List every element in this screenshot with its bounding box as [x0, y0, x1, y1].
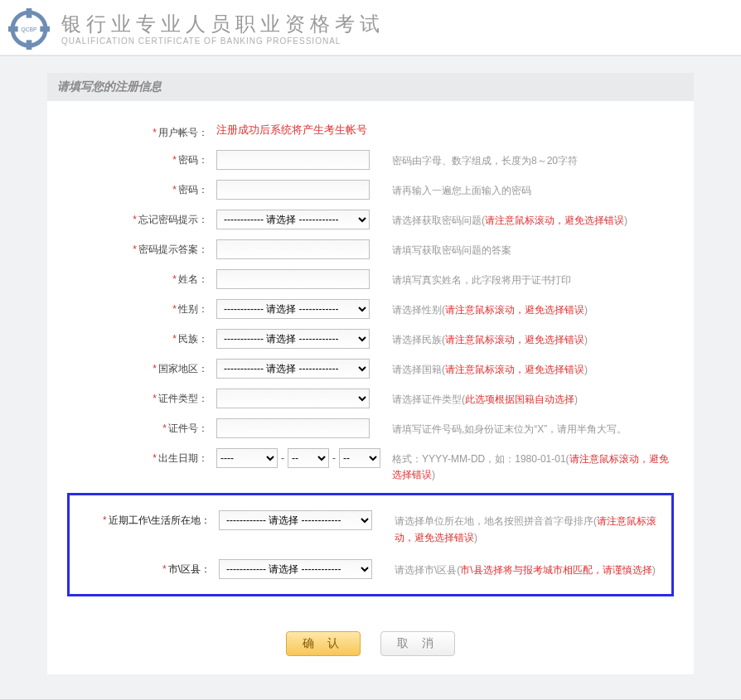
- row-work-location: *近期工作\生活所在地： ------------ 请选择 ----------…: [70, 504, 671, 552]
- row-pw-answer: *密码提示答案： 请填写获取密码问题的答案: [67, 234, 674, 264]
- hint-district-b: 市\县选择将与报考城市相匹配，请谨慎选择: [460, 564, 651, 576]
- svg-rect-1: [27, 8, 32, 18]
- label-password2: 密码：: [178, 184, 208, 196]
- form-heading: 请填写您的注册信息: [47, 73, 694, 101]
- row-id-no: *证件号： 请填写证件号码,如身份证末位为“X”，请用半角大写。: [67, 413, 674, 443]
- row-district: *市\区县： ------------ 请选择 ------------ 请选择…: [70, 553, 671, 586]
- row-password-confirm: *密码： 请再输入一遍您上面输入的密码: [67, 175, 674, 205]
- hint-country-b: 请注意鼠标滚动，避免选择错误: [445, 364, 584, 375]
- hint-ethnic-a: 请选择民族(: [392, 334, 445, 345]
- button-row: 确 认 取 消: [47, 616, 694, 674]
- hint-gender-b: 请注意鼠标滚动，避免选择错误: [445, 304, 584, 316]
- row-country: *国家地区： ------------ 请选择 ------------ 请选择…: [67, 354, 674, 384]
- svg-rect-2: [27, 40, 32, 50]
- dob-day-select[interactable]: --: [339, 448, 380, 468]
- page-header: QCBP 银行业专业人员职业资格考试 QUALIFICATION CERTIFI…: [0, 0, 741, 56]
- row-name: *姓名： 请填写真实姓名，此字段将用于证书打印: [67, 264, 674, 294]
- password-input[interactable]: [216, 150, 370, 170]
- name-input[interactable]: [216, 269, 370, 289]
- row-ethnic: *民族： ------------ 请选择 ------------ 请选择民族…: [67, 324, 674, 354]
- title-block: 银行业专业人员职业资格考试 QUALIFICATION CERTIFICATE …: [61, 12, 385, 46]
- label-username: 用户帐号：: [158, 127, 208, 138]
- title-en: QUALIFICATION CERTIFICATE OF BANKING PRO…: [61, 36, 385, 46]
- hint-idtype-a: 请选择证件类型(: [392, 393, 465, 405]
- gender-select[interactable]: ------------ 请选择 ------------: [216, 299, 370, 319]
- hint-district-a: 请选择市\区县(: [395, 564, 460, 576]
- id-no-input[interactable]: [216, 418, 370, 438]
- dob-month-select[interactable]: --: [288, 448, 329, 468]
- hint-pw-answer: 请填写获取密码问题的答案: [392, 244, 511, 256]
- label-pw-question: 忘记密码提示：: [138, 214, 208, 225]
- password-confirm-input[interactable]: [216, 180, 370, 200]
- label-id-no: 证件号：: [168, 422, 208, 434]
- label-ethnic: 民族：: [178, 333, 208, 345]
- hint-workloc-c: ): [474, 532, 477, 543]
- confirm-button[interactable]: 确 认: [286, 631, 361, 656]
- hint-password2: 请再输入一遍您上面输入的密码: [392, 185, 531, 196]
- cancel-button[interactable]: 取 消: [380, 631, 455, 656]
- hint-id-no: 请填写证件号码,如身份证末位为“X”，请用半角大写。: [392, 423, 627, 435]
- row-dob: *出生日期： ----- --- -- 格式：YYYY-MM-DD，如：1980…: [67, 443, 674, 488]
- hint-pwq-c: ): [624, 215, 627, 226]
- hint-pwq-a: 请选择获取密码问题(: [392, 215, 485, 226]
- label-pw-answer: 密码提示答案：: [138, 244, 208, 255]
- label-name: 姓名：: [178, 273, 208, 285]
- hint-idtype-c: ): [574, 393, 578, 405]
- username-note: 注册成功后系统将产生考生帐号: [216, 123, 367, 136]
- ethnic-select[interactable]: ------------ 请选择 ------------: [216, 329, 370, 349]
- label-work-loc: 近期工作\生活所在地：: [109, 514, 211, 526]
- dob-year-select[interactable]: ----: [216, 448, 278, 468]
- row-gender: *性别： ------------ 请选择 ------------ 请选择性别…: [67, 294, 674, 324]
- district-select[interactable]: ------------ 请选择 ------------: [219, 559, 372, 579]
- pw-question-select[interactable]: ------------ 请选择 ------------: [216, 210, 370, 229]
- hint-pwq-b: 请注意鼠标滚动，避免选择错误: [485, 215, 624, 226]
- hint-gender-c: ): [584, 304, 588, 316]
- country-select[interactable]: ------------ 请选择 ------------: [216, 359, 370, 379]
- svg-rect-3: [8, 27, 18, 32]
- logo-icon: QCBP: [8, 8, 50, 50]
- hint-ethnic-c: ): [584, 334, 588, 345]
- row-pw-question: *忘记密码提示： ------------ 请选择 ------------ 请…: [67, 205, 674, 234]
- row-id-type: *证件类型： 请选择证件类型(此选项根据国籍自动选择): [67, 384, 674, 413]
- highlighted-section: *近期工作\生活所在地： ------------ 请选择 ----------…: [67, 493, 674, 596]
- logo: QCBP: [8, 8, 50, 50]
- hint-gender-a: 请选择性别(: [392, 304, 445, 316]
- label-district: 市\区县：: [168, 563, 211, 575]
- label-password: 密码：: [178, 154, 208, 166]
- hint-ethnic-b: 请注意鼠标滚动，避免选择错误: [445, 334, 584, 345]
- hint-country-c: ): [584, 364, 588, 375]
- hint-district-c: ): [652, 564, 656, 576]
- pw-answer-input[interactable]: [216, 239, 370, 259]
- label-id-type: 证件类型：: [158, 393, 208, 404]
- hint-password: 密码由字母、数字组成，长度为8～20字符: [392, 155, 578, 167]
- hint-workloc-a: 请选择单位所在地，地名按照拼音首字母排序(: [395, 515, 597, 527]
- label-gender: 性别：: [178, 303, 208, 315]
- svg-rect-4: [40, 27, 50, 32]
- row-username: *用户帐号： 注册成功后系统将产生考生帐号: [67, 118, 674, 145]
- hint-dob-a: 格式：YYYY-MM-DD，如：1980-01-01(: [392, 453, 569, 465]
- row-password: *密码： 密码由字母、数字组成，长度为8～20字符: [67, 145, 674, 175]
- title-cn: 银行业专业人员职业资格考试: [61, 12, 385, 36]
- hint-country-a: 请选择国籍(: [392, 364, 445, 375]
- page-body: 请填写您的注册信息 *用户帐号： 注册成功后系统将产生考生帐号 *密码： 密码由…: [0, 56, 741, 699]
- label-dob: 出生日期：: [158, 452, 208, 464]
- hint-dob-c: ): [432, 469, 435, 480]
- hint-name: 请填写真实姓名，此字段将用于证书打印: [392, 274, 571, 286]
- logo-text: QCBP: [22, 27, 37, 33]
- id-type-select[interactable]: [216, 389, 370, 408]
- registration-form: 请填写您的注册信息 *用户帐号： 注册成功后系统将产生考生帐号 *密码： 密码由…: [47, 73, 694, 674]
- label-country: 国家地区：: [158, 363, 208, 374]
- hint-idtype-b: 此选项根据国籍自动选择: [465, 393, 574, 405]
- work-loc-select[interactable]: ------------ 请选择 ------------: [219, 510, 372, 530]
